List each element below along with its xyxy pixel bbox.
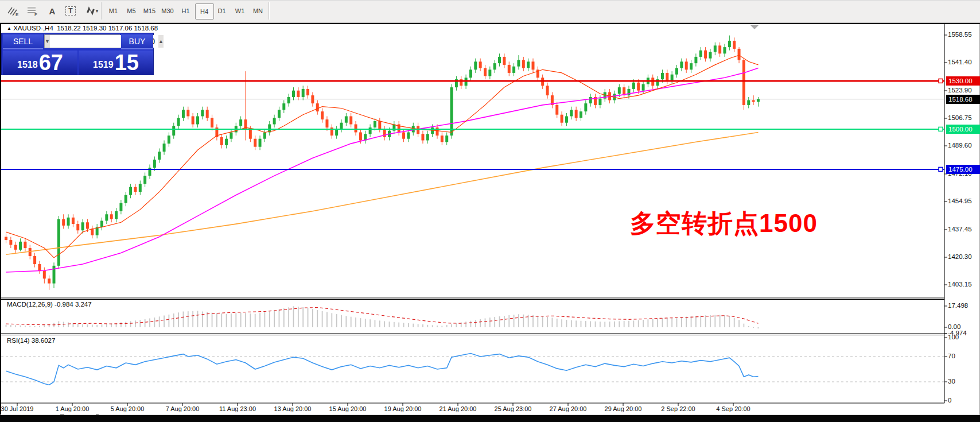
rsi-axis-tick: 30: [948, 378, 955, 385]
symbol-name: XAUUSD-,H4: [13, 25, 53, 32]
bottom-edge-segment: [99, 415, 980, 417]
time-axis-label: 4 Sep 20:00: [716, 405, 750, 412]
rsi-levels: [1, 357, 944, 382]
time-axis-label: 5 Aug 20:00: [111, 405, 145, 412]
time-axis-label: 19 Aug 20:00: [384, 405, 422, 412]
time-axis-label: 21 Aug 20:00: [440, 405, 477, 412]
chart-text-annotation: 多空转折点1500: [630, 207, 818, 241]
mt4-window: E F A T ▾ M1M5M15M30H1H4D1W1MN: [0, 0, 980, 422]
price-axis-tick: 1454.95: [948, 198, 972, 204]
symbol-triangle-icon: ▲: [7, 26, 11, 31]
price-axis-tick: 1558.55: [948, 31, 972, 38]
macd-histogram: [6, 306, 759, 328]
sell-price-small: 1518: [17, 56, 38, 73]
rsi-label: RSI(14) 38.6027: [7, 337, 55, 344]
hline-1475.00[interactable]: [1, 167, 944, 171]
ohlc-values: 1518.22 1519.30 1517.06 1518.68: [57, 25, 158, 32]
volume-increase-button[interactable]: ▲: [158, 35, 164, 48]
time-axis-label: 27 Aug 20:00: [550, 405, 587, 412]
volume-decrease-button[interactable]: ▼: [45, 35, 50, 48]
sell-price-big: 67: [39, 52, 63, 73]
time-axis-label: 15 Aug 20:00: [329, 405, 367, 412]
current-price-badge: 1518.68: [946, 95, 980, 104]
rsi-axis-tick: 0: [948, 397, 951, 404]
time-axis-label: 30 Jul 2019: [1, 405, 34, 412]
sell-price-quote[interactable]: 1518 67: [3, 51, 77, 75]
bottom-window-edge: [0, 415, 980, 422]
macd-axis-tick: 17.498: [948, 302, 968, 309]
rsi-axis-tick: 100: [948, 334, 959, 340]
buy-price-big: 15: [115, 52, 139, 73]
hline-price-badge: 1500.00: [946, 125, 980, 134]
panel-borders: [0, 24, 979, 415]
price-axis-tick: 1541.40: [948, 59, 972, 65]
time-axis-label: 29 Aug 20:00: [605, 405, 642, 412]
price-axis-tick: 1437.45: [948, 226, 972, 233]
buy-button[interactable]: BUY: [121, 34, 153, 49]
bottom-edge-segment: [0, 415, 60, 417]
bottom-edge-segment: [64, 415, 96, 417]
price-axis-tick: 1506.75: [948, 114, 972, 121]
ma-mid-line: [6, 68, 759, 273]
hline-price-badge: 1475.00: [946, 165, 980, 174]
price-axis-tick: 1420.30: [948, 253, 972, 260]
buy-price-quote[interactable]: 1519 15: [79, 51, 153, 75]
hline-price-badge: 1530.00: [946, 76, 980, 86]
macd-label: MACD(12,26,9) -0.984 3.247: [7, 301, 92, 308]
price-axis-tick: 1523.90: [948, 87, 972, 94]
rsi-line: [6, 354, 759, 385]
hline-1530.00[interactable]: [1, 79, 944, 83]
rsi-axis-tick: 70: [948, 353, 955, 359]
hline-1500.00[interactable]: [1, 127, 944, 131]
time-axis-label: 7 Aug 20:00: [166, 405, 200, 412]
time-axis-label: 13 Aug 20:00: [274, 405, 312, 412]
price-axis-tick: 1403.15: [948, 281, 972, 288]
time-axis-label: 1 Aug 20:00: [56, 405, 90, 412]
volume-stepper: ▼ ▲: [44, 34, 120, 48]
price-axis-tick: 1489.60: [948, 142, 972, 149]
chart-shift-marker-icon[interactable]: [750, 25, 759, 29]
time-axis-label: 2 Sep 22:00: [661, 405, 695, 412]
chart-ohlc-header: ▲ XAUUSD-,H4 1518.22 1519.30 1517.06 151…: [7, 25, 158, 32]
buy-price-small: 1519: [93, 56, 114, 73]
sell-button[interactable]: SELL: [3, 34, 43, 49]
time-axis-label: 11 Aug 23:00: [219, 405, 256, 412]
time-axis-label: 25 Aug 23:00: [495, 405, 532, 412]
one-click-trading-panel: SELL ▼ ▲ BUY 1518 67 1519 15: [1, 33, 154, 75]
macd-signal-line: [6, 308, 759, 325]
